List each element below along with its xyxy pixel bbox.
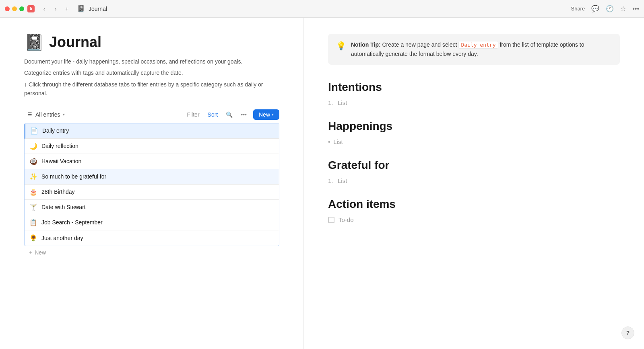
table-row[interactable]: + ⠿ 📋 Job Search - September xyxy=(25,215,279,230)
share-button[interactable]: Share xyxy=(571,6,585,12)
more-icon[interactable]: ••• xyxy=(632,5,639,12)
notion-tip: 💡 Notion Tip: Create a new page and sele… xyxy=(328,34,620,65)
view-label: All entries xyxy=(35,111,60,118)
titlebar-page-icon: 📓 xyxy=(77,5,85,12)
row-entry-icon: 🌻 xyxy=(29,234,37,242)
table-row[interactable]: + ⠿ 🌻 Just another day xyxy=(25,230,279,246)
minimize-button[interactable] xyxy=(12,6,17,11)
row-entry-icon: 🎂 xyxy=(29,188,37,196)
star-icon[interactable]: ☆ xyxy=(620,5,626,12)
checkbox-input[interactable] xyxy=(328,217,334,223)
checkbox-item[interactable]: To-do xyxy=(328,216,620,224)
section-grateful-for: Grateful for1.List xyxy=(328,159,620,185)
table-row[interactable]: + ⠿ ✨ So much to be grateful for ✎ xyxy=(25,169,279,185)
section-happenings: Happenings•List xyxy=(328,120,620,146)
search-icon[interactable]: 🔍 xyxy=(224,110,234,119)
help-button[interactable]: ? xyxy=(621,326,634,339)
titlebar-right: Share 💬 🕐 ☆ ••• xyxy=(571,5,639,12)
tip-text-1: Create a new page and select xyxy=(381,41,459,48)
titlebar: 5 ‹ › + 📓 Journal Share 💬 🕐 ☆ ••• xyxy=(0,0,644,18)
row-title: Just another day xyxy=(41,235,274,241)
new-button-arrow-icon: ▾ xyxy=(272,112,274,117)
list-view-icon: ☰ xyxy=(27,111,32,117)
row-entry-icon: 🥥 xyxy=(29,158,37,165)
right-panel: 💡 Notion Tip: Create a new page and sele… xyxy=(304,18,644,349)
list-number: 1. xyxy=(328,99,334,106)
view-selector[interactable]: ☰ All entries ▾ xyxy=(24,110,68,119)
database-toolbar: ☰ All entries ▾ Filter Sort 🔍 ••• New ▾ xyxy=(24,109,279,120)
database-table: + ⠿ 📄 Daily entry + ⠿ 🌙 Daily reflection… xyxy=(24,123,279,246)
list-item-text: List xyxy=(338,99,347,106)
tip-text: Notion Tip: Create a new page and select… xyxy=(351,40,612,58)
row-title: Hawaii Vacation xyxy=(41,158,274,164)
add-row-plus-icon: + xyxy=(29,249,32,256)
row-entry-icon: 📋 xyxy=(29,219,37,226)
table-row[interactable]: + ⠿ 🌙 Daily reflection xyxy=(25,139,279,154)
page-hint: ↓ Click through the different database t… xyxy=(24,80,279,98)
section-heading: Intentions xyxy=(328,81,620,94)
table-row[interactable]: + ⠿ 📄 Daily entry xyxy=(25,123,279,139)
row-title: So much to be grateful for xyxy=(41,173,274,180)
page-description-2: Categorize entries with tags and automat… xyxy=(24,68,279,77)
page-title: Journal xyxy=(49,34,101,51)
new-entry-button[interactable]: New ▾ xyxy=(253,109,279,120)
close-button[interactable] xyxy=(5,6,10,11)
toolbar-actions: Filter Sort 🔍 ••• New ▾ xyxy=(185,109,279,120)
sort-button[interactable]: Sort xyxy=(206,110,220,119)
titlebar-title: Journal xyxy=(89,6,107,12)
filter-button[interactable]: Filter xyxy=(185,110,201,119)
row-title: 28th Birthday xyxy=(41,189,274,195)
nav-back-button[interactable]: ‹ xyxy=(39,4,49,14)
list-number: 1. xyxy=(328,177,334,184)
tip-prefix: Notion Tip: xyxy=(351,41,381,48)
new-button-label: New xyxy=(259,111,270,118)
maximize-button[interactable] xyxy=(19,6,24,11)
list-item-text: List xyxy=(333,138,343,145)
section-intentions: Intentions1.List xyxy=(328,81,620,107)
row-entry-icon: 📄 xyxy=(30,127,38,135)
titlebar-nav: ‹ › + xyxy=(39,4,72,14)
bullet-icon: • xyxy=(328,138,330,145)
table-row[interactable]: + ⠿ 🎂 28th Birthday xyxy=(25,185,279,200)
row-title: Job Search - September xyxy=(41,219,274,226)
row-entry-icon: 🌙 xyxy=(29,142,37,150)
table-row[interactable]: + ⠿ 🥥 Hawaii Vacation xyxy=(25,154,279,169)
row-title: Daily reflection xyxy=(41,143,274,149)
more-options-icon[interactable]: ••• xyxy=(239,110,248,119)
page-description-1: Document your life - daily happenings, s… xyxy=(24,57,279,66)
page-header: 📓 Journal xyxy=(24,34,279,51)
add-row-label: New xyxy=(35,249,46,256)
notification-badge: 5 xyxy=(27,5,35,12)
comment-icon[interactable]: 💬 xyxy=(591,5,599,12)
section-heading: Action items xyxy=(328,198,620,211)
tip-lightbulb-icon: 💡 xyxy=(336,41,346,51)
row-title: Daily entry xyxy=(42,127,274,134)
history-icon[interactable]: 🕐 xyxy=(606,5,614,12)
page-icon: 📓 xyxy=(24,34,44,50)
add-row-button[interactable]: + New xyxy=(24,246,279,259)
row-title: Date with Stewart xyxy=(41,204,274,210)
checkbox-label: To-do xyxy=(339,216,354,223)
section-heading: Happenings xyxy=(328,120,620,133)
list-item-text: List xyxy=(338,177,347,184)
nav-forward-button[interactable]: › xyxy=(51,4,60,14)
table-row[interactable]: + ⠿ 🍸 Date with Stewart xyxy=(25,200,279,215)
nav-add-button[interactable]: + xyxy=(62,4,72,14)
list-item: •List xyxy=(328,138,620,146)
row-entry-icon: 🍸 xyxy=(29,203,37,211)
tip-code: Daily entry xyxy=(458,41,498,49)
list-item: 1.List xyxy=(328,99,620,107)
view-chevron-icon: ▾ xyxy=(63,112,65,117)
section-heading: Grateful for xyxy=(328,159,620,172)
main-layout: 📓 Journal Document your life - daily hap… xyxy=(0,18,644,349)
list-item: 1.List xyxy=(328,177,620,185)
left-panel: 📓 Journal Document your life - daily hap… xyxy=(0,18,304,349)
sections-container: Intentions1.ListHappenings•ListGrateful … xyxy=(328,81,620,224)
section-action-items: Action itemsTo-do xyxy=(328,198,620,224)
traffic-lights xyxy=(5,6,24,11)
row-entry-icon: ✨ xyxy=(29,173,37,181)
